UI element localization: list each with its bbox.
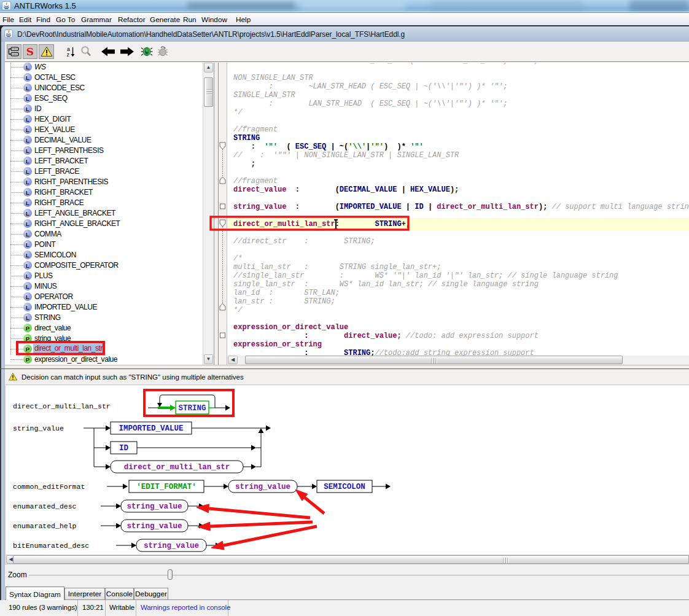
rule-list-item-RIGHT_ANGLE_BRACKET[interactable]: LRIGHT_ANGLE_BRACKET [5,219,203,229]
rule-label[interactable]: LEFT_ANGLE_BRACKET [34,209,115,217]
rule-label[interactable]: direct_or_multi_lan_str [33,344,104,355]
rule-list-item-direct_value[interactable]: Pdirect_value [5,323,203,333]
tab-debugger[interactable]: Debugger [134,588,168,599]
rule-list-item-IMPORTED_VALUE[interactable]: LIMPORTED_VALUE [5,302,203,313]
rule-label[interactable]: RIGHT_BRACE [34,198,84,207]
rule-label[interactable]: RIGHT_PARENTHESIS [34,177,108,186]
rule-list-item-string_value[interactable]: Pstring_value [5,333,203,344]
tab-console[interactable]: Console [105,588,134,599]
scroll-down-button[interactable]: ▼ [204,354,213,364]
menu-grammar[interactable]: Grammar [81,15,112,24]
menu-go-to[interactable]: Go To [56,15,75,24]
status-message[interactable]: Warnings reported in console [141,604,230,611]
rule-label[interactable]: COMPOSITE_OPERATOR [34,261,119,270]
scroll-up-button[interactable]: ▲ [204,63,213,72]
rule-list-item-ESC_SEQ[interactable]: LESC_SEQ [5,93,203,104]
diagram-horizontal-scrollbar[interactable]: ◀ [5,555,689,564]
scrollbar-thumb[interactable] [245,356,623,364]
menu-help[interactable]: Help [236,15,251,24]
rule-label[interactable]: RIGHT_ANGLE_BRACKET [34,219,120,228]
rule-label[interactable]: PLUS [34,271,53,280]
sort-rules-button[interactable]: a z [64,44,79,59]
rule-label[interactable]: SEMICOLON [34,251,76,259]
rule-list-item-direct_or_multi_lan_str[interactable]: Pdirect_or_multi_lan_str [5,344,203,354]
rule-list-item-RIGHT_BRACKET[interactable]: LRIGHT_BRACKET [5,187,203,198]
rule-list-scrollbar[interactable]: ▲ ▼ [203,63,213,365]
rule-info-toggle-button[interactable]: S [23,44,37,59]
rule-list-item-expression_or_direct_value[interactable]: Pexpression_or_direct_value [5,354,203,365]
rule-label[interactable]: string_value [34,334,71,343]
rule-list-item-OPERATOR[interactable]: LOPERATOR [5,292,203,302]
scrollbar-thumb[interactable] [13,555,689,564]
rule-list-item-LEFT_ANGLE_BRACKET[interactable]: LLEFT_ANGLE_BRACKET [5,208,203,219]
rule-list-item-UNICODE_ESC[interactable]: LUNICODE_ESC [5,83,203,93]
back-button[interactable] [101,44,116,59]
rule-list-item-MINUS[interactable]: LMINUS [5,281,203,292]
rule-label[interactable]: MINUS [34,282,56,290]
syntax-diagram-panel[interactable]: direct_or_multi_lan_str STRING string_va… [5,386,689,555]
menu-window[interactable]: Window [201,15,227,24]
rule-label[interactable]: HEX_DIGIT [34,115,71,123]
menu-edit[interactable]: Edit [19,15,31,24]
menu-generate[interactable]: Generate [150,15,180,24]
rule-list-item-COMPOSITE_OPERATOR[interactable]: LCOMPOSITE_OPERATOR [5,260,203,271]
rule-list-item-HEX_DIGIT[interactable]: LHEX_DIGIT [5,114,203,125]
rule-label[interactable]: direct_value [34,324,71,332]
rule-label[interactable]: DECIMAL_VALUE [34,136,91,144]
rule-list-item-RIGHT_PARENTHESIS[interactable]: LRIGHT_PARENTHESIS [5,177,203,187]
rule-label[interactable]: WS [34,63,45,71]
rule-label[interactable]: LEFT_PARENTHESIS [34,146,104,155]
menu-run[interactable]: Run [183,15,197,24]
rule-list-item-PLUS[interactable]: LPLUS [5,271,203,281]
rule-list-item-LEFT_BRACE[interactable]: LLEFT_BRACE [5,166,203,177]
rule-list-item-LEFT_BRACKET[interactable]: LLEFT_BRACKET [5,156,203,166]
editor-horizontal-scrollbar[interactable]: ◀ [228,356,689,365]
rule-label[interactable]: OPERATOR [34,292,73,301]
menu-file[interactable]: File [2,15,14,24]
rule-list-item-SEMICOLON[interactable]: LSEMICOLON [5,250,203,260]
rule-list-item-OCTAL_ESC[interactable]: LOCTAL_ESC [5,72,203,83]
zoom-slider-thumb[interactable] [168,569,173,580]
rule-label[interactable]: ESC_SEQ [34,94,68,103]
rule-label[interactable]: OCTAL_ESC [34,73,75,82]
tab-syntax-diagram[interactable]: Syntax Diagram [6,587,64,600]
rule-label[interactable]: STRING [34,313,61,322]
forward-button[interactable] [119,44,134,59]
rule-list-item-LEFT_PARENTHESIS[interactable]: LLEFT_PARENTHESIS [5,146,203,156]
rule-label[interactable]: RIGHT_BRACKET [34,188,93,197]
scroll-left-button[interactable]: ◀ [228,356,238,364]
rule-list-item-ID[interactable]: LID [5,104,203,114]
find-button[interactable] [79,44,93,59]
grammar-editor[interactable]: : '"' DOUBLE_LAN_STR ( '"' DOUBLE_LAN_ST… [228,63,689,365]
rule-label[interactable]: UNICODE_ESC [34,84,85,92]
rule-list-item-POINT[interactable]: LPOINT [5,240,203,250]
menu-find[interactable]: Find [36,15,50,24]
rule-label[interactable]: POINT [34,240,55,249]
rule-label[interactable]: COMMA [34,230,61,238]
rule-label[interactable]: ID [34,104,41,113]
rule-list-item-WS[interactable]: LWS [5,63,203,72]
warnings-toggle-button[interactable] [39,44,54,59]
syntax-diagram-toggle-button[interactable] [7,44,21,59]
rule-label[interactable]: LEFT_BRACKET [34,157,88,165]
rule-list-item-HEX_VALUE[interactable]: LHEX_VALUE [5,125,203,135]
menu-refactor[interactable]: Refactor [118,15,146,24]
rule-label[interactable]: HEX_VALUE [34,125,75,134]
rule-label[interactable]: LEFT_BRACE [34,167,79,176]
rule-list-item-RIGHT_BRACE[interactable]: LRIGHT_BRACE [5,198,203,208]
debug-button[interactable] [139,44,154,59]
scrollbar-thumb[interactable] [204,77,213,107]
parser-rule-icon: P [23,334,32,343]
vertical-split-divider[interactable] [214,63,219,365]
tab-interpreter[interactable]: Interpreter [64,588,105,599]
background-window-ghost [629,0,689,12]
rule-list-item-DECIMAL_VALUE[interactable]: LDECIMAL_VALUE [5,135,203,146]
rule-list-item-COMMA[interactable]: LCOMMA [5,229,203,240]
rule-label[interactable]: expression_or_direct_value [34,355,117,364]
rule-list-panel[interactable]: LWSLOCTAL_ESCLUNICODE_ESCLESC_SEQLIDLHEX… [5,63,203,365]
debug-remote-button[interactable] [155,44,169,59]
rule-label[interactable]: IMPORTED_VALUE [34,303,97,311]
title-bar[interactable]: ANTLRWorks 1.5 [0,0,689,12]
zoom-slider-track[interactable] [29,575,689,575]
rule-list-item-STRING[interactable]: LSTRING [5,313,203,323]
